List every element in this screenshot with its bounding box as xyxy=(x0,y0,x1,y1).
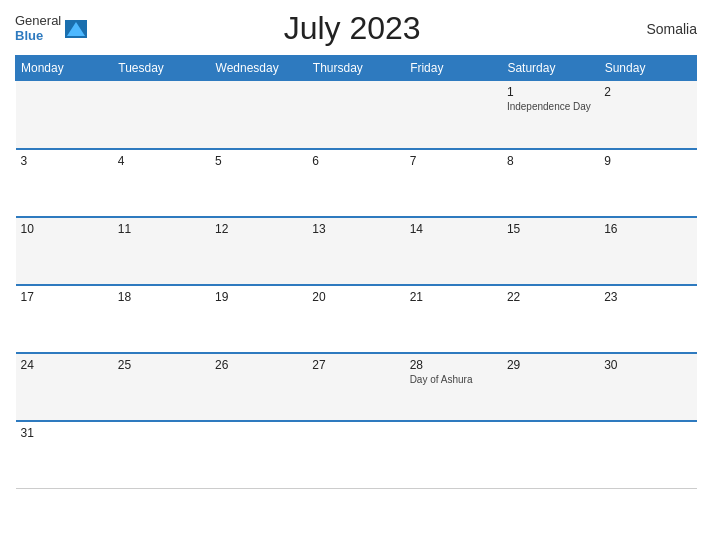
day-number: 7 xyxy=(410,154,497,168)
table-row: 15 xyxy=(502,217,599,285)
col-monday: Monday xyxy=(16,56,113,81)
table-row: 27 xyxy=(307,353,404,421)
day-number: 8 xyxy=(507,154,594,168)
day-number: 25 xyxy=(118,358,205,372)
day-number: 6 xyxy=(312,154,399,168)
table-row: 23 xyxy=(599,285,696,353)
table-row: 7 xyxy=(405,149,502,217)
calendar-title: July 2023 xyxy=(87,10,617,47)
logo-blue: Blue xyxy=(15,29,61,43)
table-row: 14 xyxy=(405,217,502,285)
table-row: 6 xyxy=(307,149,404,217)
table-row: 3 xyxy=(16,149,113,217)
calendar-header-row: Monday Tuesday Wednesday Thursday Friday… xyxy=(16,56,697,81)
day-number: 12 xyxy=(215,222,302,236)
logo-general: General xyxy=(15,14,61,28)
calendar-page: General Blue July 2023 Somalia Monday Tu… xyxy=(0,0,712,550)
day-number: 31 xyxy=(21,426,108,440)
table-row: 17 xyxy=(16,285,113,353)
day-number: 24 xyxy=(21,358,108,372)
logo: General Blue xyxy=(15,14,87,43)
col-thursday: Thursday xyxy=(307,56,404,81)
holiday-label: Independence Day xyxy=(507,101,594,112)
table-row xyxy=(405,421,502,489)
table-row: 4 xyxy=(113,149,210,217)
day-number: 18 xyxy=(118,290,205,304)
day-number: 3 xyxy=(21,154,108,168)
table-row xyxy=(405,81,502,149)
table-row: 13 xyxy=(307,217,404,285)
day-number: 29 xyxy=(507,358,594,372)
calendar-header: General Blue July 2023 Somalia xyxy=(15,10,697,47)
day-number: 20 xyxy=(312,290,399,304)
table-row: 21 xyxy=(405,285,502,353)
day-number: 30 xyxy=(604,358,691,372)
day-number: 15 xyxy=(507,222,594,236)
table-row: 8 xyxy=(502,149,599,217)
table-row: 31 xyxy=(16,421,113,489)
table-row: 25 xyxy=(113,353,210,421)
day-number: 28 xyxy=(410,358,497,372)
logo-flag-icon xyxy=(65,20,87,38)
day-number: 2 xyxy=(604,85,691,99)
day-number: 4 xyxy=(118,154,205,168)
table-row: 5 xyxy=(210,149,307,217)
day-number: 27 xyxy=(312,358,399,372)
table-row xyxy=(210,81,307,149)
day-number: 13 xyxy=(312,222,399,236)
day-number: 10 xyxy=(21,222,108,236)
col-sunday: Sunday xyxy=(599,56,696,81)
table-row: 2 xyxy=(599,81,696,149)
table-row xyxy=(16,81,113,149)
table-row: 12 xyxy=(210,217,307,285)
day-number: 16 xyxy=(604,222,691,236)
day-number: 26 xyxy=(215,358,302,372)
day-number: 11 xyxy=(118,222,205,236)
col-wednesday: Wednesday xyxy=(210,56,307,81)
calendar-body: 1Independence Day23456789101112131415161… xyxy=(16,81,697,489)
table-row: 29 xyxy=(502,353,599,421)
day-number: 14 xyxy=(410,222,497,236)
table-row xyxy=(502,421,599,489)
table-row: 30 xyxy=(599,353,696,421)
table-row: 26 xyxy=(210,353,307,421)
table-row: 18 xyxy=(113,285,210,353)
table-row xyxy=(113,81,210,149)
table-row: 1Independence Day xyxy=(502,81,599,149)
table-row: 22 xyxy=(502,285,599,353)
day-number: 19 xyxy=(215,290,302,304)
table-row: 16 xyxy=(599,217,696,285)
col-saturday: Saturday xyxy=(502,56,599,81)
logo-text: General Blue xyxy=(15,14,61,43)
table-row xyxy=(210,421,307,489)
table-row xyxy=(113,421,210,489)
col-tuesday: Tuesday xyxy=(113,56,210,81)
table-row: 10 xyxy=(16,217,113,285)
table-row: 9 xyxy=(599,149,696,217)
day-number: 22 xyxy=(507,290,594,304)
day-number: 23 xyxy=(604,290,691,304)
country-label: Somalia xyxy=(617,21,697,37)
day-number: 17 xyxy=(21,290,108,304)
day-number: 9 xyxy=(604,154,691,168)
day-number: 21 xyxy=(410,290,497,304)
holiday-label: Day of Ashura xyxy=(410,374,497,385)
calendar-table: Monday Tuesday Wednesday Thursday Friday… xyxy=(15,55,697,489)
table-row: 11 xyxy=(113,217,210,285)
table-row xyxy=(307,421,404,489)
table-row: 24 xyxy=(16,353,113,421)
table-row: 28Day of Ashura xyxy=(405,353,502,421)
col-friday: Friday xyxy=(405,56,502,81)
table-row: 20 xyxy=(307,285,404,353)
table-row: 19 xyxy=(210,285,307,353)
day-number: 1 xyxy=(507,85,594,99)
table-row xyxy=(599,421,696,489)
table-row xyxy=(307,81,404,149)
day-number: 5 xyxy=(215,154,302,168)
